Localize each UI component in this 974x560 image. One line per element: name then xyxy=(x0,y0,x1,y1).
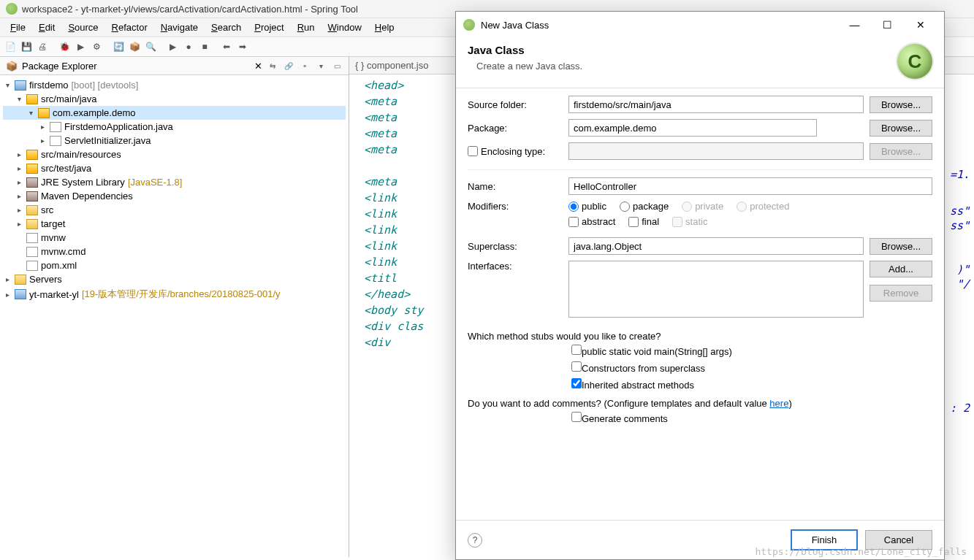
close-button[interactable]: ✕ xyxy=(904,16,937,34)
pkg-icon xyxy=(26,164,38,174)
name-input[interactable] xyxy=(568,177,932,195)
editor-tab[interactable]: { } component.jso xyxy=(355,60,428,71)
menu-item[interactable]: Source xyxy=(62,20,104,35)
toolbar-icon[interactable]: ▶ xyxy=(73,39,88,54)
stub-check[interactable]: Inherited abstract methods xyxy=(571,378,932,391)
superclass-input[interactable] xyxy=(568,237,864,255)
dialog-title: New Java Class xyxy=(481,20,832,31)
tree-row[interactable]: ▾com.example.demo xyxy=(3,106,346,120)
fold-icon xyxy=(26,205,38,215)
toolbar-icon[interactable]: 🐞 xyxy=(57,39,72,54)
tree-row[interactable]: pom.xml xyxy=(3,258,346,272)
prj-icon xyxy=(15,80,26,91)
toolbar-icon[interactable]: 📄 xyxy=(3,39,18,54)
toolbar-icon[interactable]: 💾 xyxy=(19,39,34,54)
menu-item[interactable]: Window xyxy=(322,20,368,35)
minimize-button[interactable]: — xyxy=(838,16,871,34)
close-icon[interactable]: ✕ xyxy=(254,61,262,72)
jar-icon xyxy=(26,177,38,188)
filter-icon[interactable]: ⚬ xyxy=(299,60,311,72)
tree-row[interactable]: mvnw xyxy=(3,231,346,245)
pkg-icon xyxy=(38,108,50,118)
enclosing-type-checkbox[interactable] xyxy=(468,146,478,156)
menu-item[interactable]: Help xyxy=(369,20,400,35)
tree-row[interactable]: ▾firstdemo [boot] [devtools] xyxy=(3,78,346,92)
tree-row[interactable]: ▸Servers xyxy=(3,272,346,286)
modifier-check[interactable]: abstract xyxy=(568,216,615,227)
stubs-question: Which method stubs would you like to cre… xyxy=(468,331,932,342)
banner-heading: Java Class xyxy=(468,44,582,56)
toolbar-icon[interactable]: ⬅ xyxy=(219,39,234,54)
name-label: Name: xyxy=(468,181,563,192)
modifier-radio: private xyxy=(682,201,723,212)
toolbar-icon[interactable]: 🖨 xyxy=(35,39,50,54)
collapse-icon[interactable]: ⇆ xyxy=(267,60,278,72)
tree-row[interactable]: ▸FirstdemoApplication.java xyxy=(3,120,346,134)
package-input[interactable] xyxy=(568,119,817,137)
tree-row[interactable]: ▸src/main/resources xyxy=(3,147,346,161)
browse-button[interactable]: Browse... xyxy=(870,120,932,137)
menu-item[interactable]: Run xyxy=(292,20,321,35)
tree-row[interactable]: ▸Maven Dependencies xyxy=(3,189,346,203)
modifiers-label: Modifiers: xyxy=(468,201,563,212)
file-icon xyxy=(26,247,38,257)
pkg-icon xyxy=(26,150,38,160)
modifier-radio[interactable]: package xyxy=(620,201,669,212)
tree-row[interactable]: ▸yt-market-yl [19-版本管理/开发库/branches/2018… xyxy=(3,286,346,302)
package-explorer: 📦 Package Explorer ✕ ⇆ 🔗 ⚬ ▾ ▭ ▾firstdem… xyxy=(0,57,349,557)
menu-item[interactable]: Search xyxy=(205,20,247,35)
menu-item[interactable]: Project xyxy=(248,20,289,35)
fold-icon xyxy=(15,275,26,285)
toolbar-icon[interactable]: ▶ xyxy=(165,39,180,54)
generate-comments-check[interactable]: Generate comments xyxy=(571,412,932,424)
file-icon xyxy=(50,136,61,146)
link-icon[interactable]: 🔗 xyxy=(283,60,294,72)
tree-row[interactable]: ▸src/test/java xyxy=(3,161,346,175)
enclosing-type-input xyxy=(568,142,864,160)
toolbar-icon[interactable]: ⚙ xyxy=(89,39,104,54)
watermark: https://blog.csdn.net/Lone_city_falls xyxy=(755,546,967,557)
source-folder-label: Source folder: xyxy=(468,99,563,110)
toolbar-icon[interactable]: ● xyxy=(181,39,196,54)
toolbar-icon[interactable]: 🔍 xyxy=(143,39,158,54)
dialog-banner: Java Class Create a new Java class. C xyxy=(456,38,944,88)
dialog-body: Source folder: Browse... Package: Browse… xyxy=(456,88,944,520)
tree-row[interactable]: ▸target xyxy=(3,217,346,231)
package-tree[interactable]: ▾firstdemo [boot] [devtools]▾src/main/ja… xyxy=(0,75,349,557)
modifiers-radios: publicpackageprivateprotected xyxy=(568,201,932,212)
menu-item[interactable]: Navigate xyxy=(155,20,204,35)
stub-check[interactable]: public static void main(String[] args) xyxy=(571,345,932,357)
tree-row[interactable]: mvnw.cmd xyxy=(3,245,346,258)
browse-button[interactable]: Browse... xyxy=(870,96,932,113)
jar-icon xyxy=(26,191,38,202)
interfaces-list[interactable] xyxy=(568,261,864,318)
toolbar-icon[interactable]: ■ xyxy=(197,39,212,54)
source-folder-input[interactable] xyxy=(568,96,864,113)
here-link[interactable]: here xyxy=(769,398,788,409)
modifier-check[interactable]: final xyxy=(628,216,659,227)
toolbar-icon[interactable]: 🔄 xyxy=(111,39,126,54)
prj-icon xyxy=(15,289,26,299)
stub-check[interactable]: Constructors from superclass xyxy=(571,361,932,374)
add-button[interactable]: Add... xyxy=(870,261,932,277)
tree-row[interactable]: ▸src xyxy=(3,203,346,217)
modifier-radio[interactable]: public xyxy=(568,201,606,212)
package-explorer-header: 📦 Package Explorer ✕ ⇆ 🔗 ⚬ ▾ ▭ xyxy=(0,57,349,75)
browse-button[interactable]: Browse... xyxy=(870,238,932,255)
minimize-icon[interactable]: ▭ xyxy=(331,60,343,72)
tree-row[interactable]: ▾src/main/java xyxy=(3,92,346,106)
browse-button-disabled: Browse... xyxy=(870,143,932,160)
tree-row[interactable]: ▸ServletInitializer.java xyxy=(3,134,346,147)
package-label: Package: xyxy=(468,123,563,134)
menu-icon[interactable]: ▾ xyxy=(315,60,327,72)
dialog-titlebar: New Java Class — ☐ ✕ xyxy=(456,12,944,38)
menu-item[interactable]: File xyxy=(4,20,31,35)
toolbar-icon[interactable]: ➡ xyxy=(235,39,250,54)
tree-row[interactable]: ▸JRE System Library [JavaSE-1.8] xyxy=(3,175,346,189)
maximize-button[interactable]: ☐ xyxy=(871,16,904,34)
menu-item[interactable]: Edit xyxy=(33,20,61,35)
menu-item[interactable]: Refactor xyxy=(106,20,153,35)
help-button[interactable]: ? xyxy=(468,533,482,548)
toolbar-icon[interactable]: 📦 xyxy=(127,39,142,54)
package-explorer-title: Package Explorer xyxy=(22,61,250,72)
